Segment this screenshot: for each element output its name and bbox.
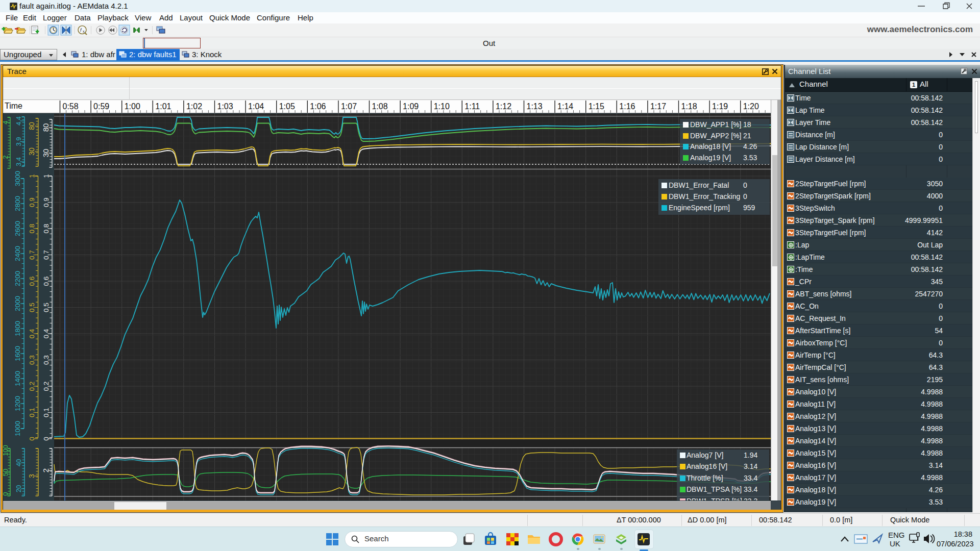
svg-text:1800: 1800 (14, 321, 21, 336)
svg-text:1:01: 1:01 (155, 102, 171, 111)
svg-text:2000: 2000 (14, 296, 21, 311)
svg-text:2200: 2200 (14, 271, 21, 286)
svg-text:1:08: 1:08 (372, 102, 388, 111)
svg-text:1:11: 1:11 (464, 102, 480, 111)
svg-text:3: 3 (28, 474, 36, 478)
svg-text:1:15: 1:15 (589, 102, 604, 111)
svg-text:1:20: 1:20 (743, 102, 759, 111)
svg-text:1:14: 1:14 (557, 102, 573, 111)
svg-text:1:16: 1:16 (619, 102, 635, 111)
svg-text:3000: 3000 (14, 171, 21, 186)
svg-text:1:17: 1:17 (650, 102, 666, 111)
svg-text:1:00: 1:00 (125, 102, 140, 111)
svg-text:1:02: 1:02 (186, 102, 202, 111)
svg-text:2400: 2400 (14, 246, 21, 261)
svg-text:ENG: ENG (888, 531, 905, 539)
svg-text:1200: 1200 (14, 396, 21, 411)
svg-text:1000: 1000 (14, 421, 21, 436)
svg-text:1:12: 1:12 (496, 102, 511, 111)
svg-text:1:06: 1:06 (310, 102, 326, 111)
svg-text:1:03: 1:03 (217, 102, 233, 111)
svg-text:1:19: 1:19 (712, 102, 728, 111)
svg-text:1600: 1600 (14, 346, 21, 361)
svg-text:x: x (83, 30, 85, 33)
svg-text:80: 80 (28, 122, 36, 130)
svg-text:UK: UK (890, 539, 900, 548)
svg-text:0:58: 0:58 (63, 102, 79, 111)
svg-text:1:18: 1:18 (681, 102, 697, 111)
svg-text:1:09: 1:09 (403, 102, 419, 111)
svg-text:2600: 2600 (14, 221, 21, 236)
svg-text:1:04: 1:04 (248, 102, 264, 111)
svg-text:1:13: 1:13 (527, 102, 543, 111)
svg-text:1:07: 1:07 (341, 102, 357, 111)
svg-text:1400: 1400 (14, 371, 21, 386)
svg-text:1:05: 1:05 (279, 102, 295, 111)
svg-text:1:10: 1:10 (434, 102, 450, 111)
svg-text:2800: 2800 (14, 196, 21, 211)
svg-text:0:59: 0:59 (93, 102, 109, 111)
svg-text:30: 30 (28, 147, 36, 156)
